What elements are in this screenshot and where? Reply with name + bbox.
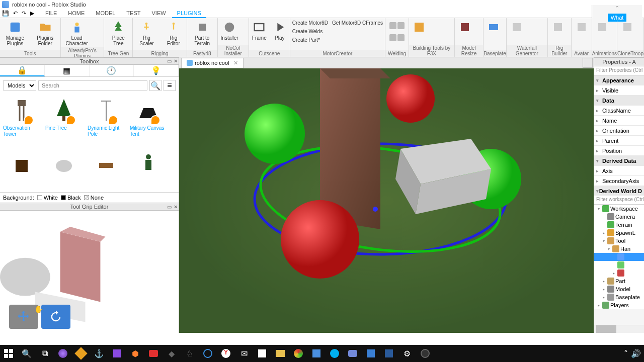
toolbox-item[interactable]: Observation Tower — [1, 96, 42, 149]
load-character-button[interactable]: Load Character — [61, 18, 93, 47]
baseplate-button[interactable] — [484, 18, 504, 50]
tge-rotate-button[interactable] — [41, 305, 70, 329]
prop-section[interactable]: ▾Derived Data — [594, 156, 644, 166]
ribbon-collapse-icon[interactable]: ⌃ — [615, 5, 619, 12]
weld-icon[interactable] — [389, 22, 396, 29]
prop-row[interactable]: ▸Parent — [594, 136, 644, 146]
taskbar-skype[interactable] — [329, 348, 340, 359]
toolbox-item[interactable]: Dynamic Light Pole — [86, 96, 127, 149]
cutscene-frame-button[interactable]: Frame — [249, 18, 270, 50]
tree-row[interactable]: ▸Baseplate — [594, 293, 644, 301]
prop-section[interactable]: ▾Appearance — [594, 75, 644, 85]
cutscene-play-button[interactable]: Play — [270, 18, 290, 50]
right-scrollbar[interactable] — [594, 325, 644, 333]
taskbar-app[interactable]: ◆ — [166, 348, 177, 359]
tree-row[interactable]: Camera — [594, 213, 644, 221]
task-view-icon[interactable]: ⧉ — [39, 348, 50, 359]
search-icon[interactable]: 🔍 — [21, 348, 32, 359]
plugins-folder-button[interactable]: Plugins Folder — [30, 18, 60, 50]
qa-save-icon[interactable]: 💾 — [2, 10, 9, 17]
weld-icon-2[interactable] — [397, 22, 405, 29]
prop-row[interactable]: ▸Visible — [594, 85, 644, 96]
toolbox-item[interactable] — [128, 150, 169, 191]
tree-row[interactable]: ▸Players — [594, 301, 644, 309]
toolbox-dock-icon[interactable]: ▭ — [167, 58, 172, 64]
toolbox-tab-inventory[interactable]: ▦ — [45, 65, 90, 76]
toolbox-item[interactable] — [43, 150, 85, 191]
clonetroop-button[interactable] — [617, 18, 637, 50]
taskbar-obs[interactable] — [420, 348, 431, 359]
taskbar-settings[interactable]: ⚙ — [401, 348, 413, 359]
tab-plugins[interactable]: PLUGINS — [172, 9, 206, 18]
taskbar-explorer[interactable] — [275, 348, 286, 359]
manage-plugins-button[interactable]: Manage Plugins — [0, 18, 30, 50]
toolbox-item[interactable] — [1, 150, 42, 191]
toolbox-item[interactable]: Pine Tree — [43, 96, 85, 149]
taskbar-app[interactable] — [383, 348, 394, 359]
tge-dock-icon[interactable]: ▭ — [167, 204, 172, 210]
taskbar-app[interactable]: ⚓ — [94, 348, 105, 359]
toolbox-search-button[interactable]: 🔍 — [149, 80, 162, 91]
tree-row[interactable] — [594, 253, 644, 261]
taskbar-app[interactable] — [75, 348, 87, 359]
taskbar-app[interactable] — [57, 348, 68, 359]
toolbox-tab-creations[interactable]: 💡 — [134, 65, 179, 76]
qa-undo-icon[interactable]: ↶ — [13, 10, 18, 17]
properties-filter[interactable]: Filter Properties (Ctrl — [594, 66, 644, 75]
taskbar-app[interactable]: ⬢ — [130, 348, 141, 359]
taskbar-app[interactable] — [112, 348, 123, 359]
get-motor6d-cframes-link[interactable]: Get Motor6D CFrames — [332, 19, 383, 27]
toolbox-search-input[interactable] — [38, 80, 147, 90]
prop-row[interactable]: ▸ClassName — [594, 106, 644, 116]
rig-builder-button[interactable] — [548, 18, 568, 45]
taskbar-app[interactable] — [365, 348, 376, 359]
bg-white-option[interactable]: White — [37, 195, 58, 201]
weld-icon-3[interactable] — [389, 34, 396, 41]
bg-black-option[interactable]: Black — [61, 195, 81, 201]
taskbar-store[interactable] — [257, 348, 268, 359]
start-button[interactable] — [3, 348, 14, 359]
taskbar-app[interactable] — [148, 348, 159, 359]
prop-section[interactable]: ▾Data — [594, 96, 644, 106]
nocol-installer-button[interactable]: Installer — [218, 18, 242, 45]
toolbox-filter-button[interactable]: ≡ — [164, 80, 176, 91]
prop-row[interactable]: ▸SecondaryAxis — [594, 176, 644, 186]
prop-row[interactable]: ▸Orientation — [594, 126, 644, 136]
create-motor6d-link[interactable]: Create Motor6D — [292, 19, 328, 27]
tab-model[interactable]: MODEL — [91, 9, 120, 18]
tray-chevron-icon[interactable]: ˄ — [624, 349, 628, 358]
bg-none-option[interactable]: None — [84, 195, 104, 201]
scene-viewport-toggle[interactable] — [583, 58, 593, 68]
close-tab-icon[interactable]: ✕ — [233, 60, 238, 66]
explorer-filter[interactable]: Filter workspace (Ctrl — [594, 196, 644, 205]
tree-row[interactable]: ▸Part — [594, 277, 644, 285]
animations-button[interactable] — [592, 18, 612, 50]
tab-test[interactable]: TEST — [121, 9, 145, 18]
tge-viewport[interactable]: ✋ — [0, 211, 179, 333]
rig-scaler-button[interactable]: Rig Scaler — [133, 18, 160, 50]
qa-play-icon[interactable]: ▶ — [30, 10, 34, 17]
toolbox-item[interactable]: Military Canvas Tent — [128, 96, 169, 149]
tree-row[interactable]: ▾Tool — [594, 237, 644, 245]
taskbar-yandex[interactable]: Y — [220, 348, 231, 359]
taskbar-mail[interactable]: ✉ — [238, 348, 250, 359]
taskbar-edge[interactable] — [202, 348, 213, 359]
3d-viewport[interactable] — [179, 68, 594, 333]
part-to-terrain-button[interactable]: Part to Terrain — [187, 18, 217, 50]
taskbar-discord[interactable] — [347, 348, 358, 359]
tree-row[interactable]: ▸SpawnL — [594, 229, 644, 237]
toolbox-close-icon[interactable]: ✕ — [174, 58, 178, 64]
model-resize-button[interactable] — [455, 18, 475, 45]
qa-redo-icon[interactable]: ↷ — [22, 10, 26, 17]
tab-home[interactable]: HOME — [63, 9, 90, 18]
tree-row[interactable]: ▸Model — [594, 285, 644, 293]
prop-row[interactable]: ▸Axis — [594, 166, 644, 176]
tree-row[interactable]: Terrain — [594, 221, 644, 229]
f3x-button[interactable] — [409, 18, 429, 45]
prop-section[interactable]: ▾Derived World D — [594, 186, 644, 196]
prop-row[interactable]: ▸Position — [594, 146, 644, 156]
tree-row[interactable] — [594, 261, 644, 269]
toolbox-tab-marketplace[interactable]: 🔒 — [0, 65, 45, 76]
taskbar-app[interactable]: ♘ — [184, 348, 195, 359]
rig-editor-button[interactable]: Rig Editor — [160, 18, 187, 50]
